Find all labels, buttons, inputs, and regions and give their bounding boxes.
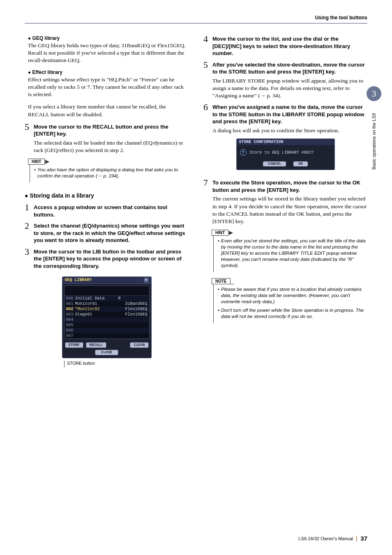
geq-row-index: 006 [66,328,75,333]
right-column: 4 Move the cursor to the list, and use t… [203,35,367,370]
store-step-1: 1 Access a popup window or screen that c… [25,204,189,218]
store-step-2: 2 Select the channel (EQ/dynamics) whose… [25,222,189,244]
store-step-4: 4 Move the cursor to the list, and use t… [203,35,367,57]
clear-button[interactable]: CLEAR [130,342,148,348]
chapter-side-tab: 3 Basic operations on the LS9 [367,86,381,193]
hint-label: HINT [28,159,45,165]
hint-text: Even after you've stored the settings, y… [218,238,367,269]
store-step-5: 5 After you've selected the store-destin… [203,61,367,100]
geq-row-flag: R [117,296,122,301]
geq-row-name: Initial Data [75,296,117,301]
step-number: 5 [203,60,209,100]
geq-row-type: 31BandGEQ [122,302,148,306]
hint-label: HINT [212,230,228,236]
page-header-section: Using the tool buttons [25,15,367,21]
footer-manual: LS9-16/32 Owner's Manual [298,536,353,541]
figure-caption: STORE button [25,361,189,367]
geq-row-index: 002 [66,307,75,311]
geq-row-type: Flex15GEQ [122,312,148,317]
content-columns: GEQ library The GEQ library holds two ty… [25,35,367,370]
geq-list-row[interactable]: 006 [65,328,149,333]
geq-row-index: 004 [66,318,75,322]
step-bold: To execute the Store operation, move the… [212,179,367,193]
geq-library-figure: GEQ LIBRARY × 000Initial DataR001Monitor… [25,276,189,367]
geq-library-window: GEQ LIBRARY × 000Initial DataR001Monitor… [62,276,152,358]
question-icon: ? [240,149,247,156]
store-popup-title: STORE CONFIRMATION [237,139,334,145]
geq-window-title: GEQ LIBRARY [65,278,92,282]
step-text: The LIBRARY STORE popup window will appe… [212,77,367,100]
close-button[interactable]: CLOSE [95,350,118,355]
page-footer: LS9-16/32 Owner's Manual 37 [298,535,367,542]
recall-button[interactable]: RECALL [86,342,106,348]
geq-list-row[interactable]: 000Initial DataR [65,296,149,301]
geq-row-index: 003 [66,312,75,317]
geq-library-head: GEQ library [28,35,189,41]
store-step-7: 7 To execute the Store operation, move t… [203,179,367,225]
chapter-number: 3 [367,86,381,101]
effect-library-head: Effect library [28,69,189,75]
geq-row-index: 001 [66,302,75,306]
cancel-button[interactable]: CANCEL [263,161,286,166]
step-number: 6 [203,103,209,134]
store-step-3: 3 Move the cursor to the LIB button in t… [25,248,189,270]
step-bold: Select the channel (EQ/dynamics) whose s… [34,222,189,244]
note-label: NOTE [212,278,231,284]
geq-list-row[interactable]: 002*Monitor02Flex15GEQ [65,306,149,312]
step-text: The selected data will be loaded into th… [34,139,189,154]
step-bold: When you've assigned a name to the data,… [212,104,367,125]
geq-list-row[interactable]: 003Stage01Flex15GEQ [65,312,149,317]
footer-divider [356,536,357,541]
step-bold: Access a popup window or screen that con… [34,204,189,218]
header-rule [25,23,367,24]
step-text: A dialog box will ask you to confirm the… [212,127,367,134]
effect-library-para1: Effect settings whose effect type is "HQ… [28,76,189,99]
store-popup-message: Store to GEQ LIBRARY #001? [250,150,314,155]
effect-library-para2: If you select a library item number that… [28,103,189,118]
hint-box-1: HINT You also have the option of display… [28,158,189,182]
geq-row-index: 005 [66,323,75,327]
step-number: 4 [203,35,209,57]
geq-button-row: STORE RECALL CLEAR [62,341,151,349]
geq-preview-area [65,286,149,296]
chapter-label: Basic operations on the LS9 [371,104,376,178]
geq-window-titlebar: GEQ LIBRARY × [62,277,151,284]
geq-row-name: Stage01 [75,312,117,317]
geq-row-type: Flex15GEQ [122,307,148,311]
hint-box-2: HINT Even after you've stored the settin… [212,229,367,272]
geq-list-row[interactable]: 007 [65,333,149,339]
step-bold: Move the cursor to the RECALL button and… [34,123,189,138]
step-number: 7 [203,178,209,225]
geq-row-name: *Monitor02 [75,307,117,311]
step-number: 5 [25,122,30,154]
step-number: 3 [25,247,30,270]
store-step-6: 6 When you've assigned a name to the dat… [203,104,367,134]
geq-list-row[interactable]: 001Monitor0131BandGEQ [65,301,149,306]
note-box: NOTE Please be aware that if you store t… [212,278,367,323]
geq-list-row[interactable]: 004 [65,317,149,322]
geq-list-row[interactable]: 005 [65,322,149,328]
page: Using the tool buttons GEQ library The G… [0,0,392,555]
geq-library-para: The GEQ library holds two types of data;… [28,42,189,64]
step-bold: After you've selected the store-destinat… [212,61,367,76]
note-text-1: Please be aware that if you store to a l… [218,286,367,305]
store-button[interactable]: STORE [65,342,83,348]
store-confirmation-popup: STORE CONFIRMATION ? Store to GEQ LIBRAR… [236,138,335,170]
geq-row-index: 000 [66,296,75,301]
ok-button[interactable]: OK [293,161,308,166]
geq-row-name: Monitor01 [75,302,117,306]
step-number: 2 [25,221,30,244]
step-number: 1 [25,203,30,218]
close-icon[interactable]: × [144,278,149,283]
note-text-2: Don't turn off the power while the Store… [218,307,367,320]
left-step-5: 5 Move the cursor to the RECALL button a… [25,123,189,154]
footer-page-number: 37 [360,535,367,542]
geq-row-index: 007 [66,334,75,338]
step-bold: Move the cursor to the LIB button in the… [34,248,189,270]
geq-window-body: 000Initial DataR001Monitor0131BandGEQ002… [64,286,150,339]
storing-section-head: Storing data in a library [25,192,189,199]
step-bold: Move the cursor to the list, and use the… [212,35,367,57]
step-text: The current settings will be stored in t… [212,195,367,225]
hint-text: You also have the option of displaying a… [34,167,189,179]
left-column: GEQ library The GEQ library holds two ty… [25,35,189,370]
